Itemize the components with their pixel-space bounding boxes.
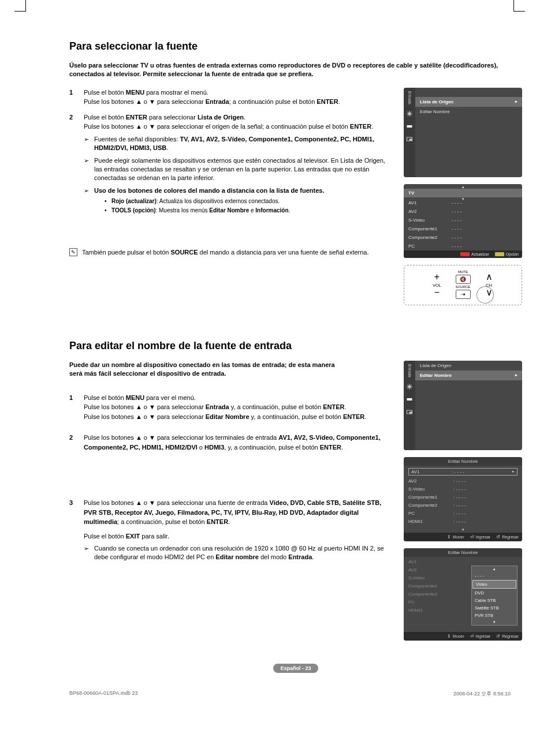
page-badge: Español - 23 <box>273 664 318 673</box>
step2-body: Pulse los botones ▲ o ▼ para seleccionar… <box>84 433 392 452</box>
popup-row: Satélite STB <box>472 604 517 612</box>
step-number: 2 <box>69 113 84 219</box>
osd-row: Componente2: - - - - <box>404 501 522 510</box>
osd-row: Editar Nombre <box>415 107 522 117</box>
osd-row: Componente1: - - - - <box>404 493 522 501</box>
osd-row-selected: Editar Nombre▸ <box>415 370 522 380</box>
osd-row-selected: AV1: - - - -▸ <box>404 467 522 477</box>
osd-row-selected: TV <box>404 189 522 197</box>
osd-editar-nombre-list: Editar Nombre AV1: - - - -▸ AV2: - - - -… <box>404 457 522 541</box>
vol-rocker: + VOL − <box>427 272 448 297</box>
step3-body: Pulse los botones ▲ o ▼ para seleccionar… <box>84 498 392 566</box>
pip-icon <box>406 136 413 143</box>
osd-editar-nombre-parent: Entrada Lista de Origen Editar Nombre▸ <box>404 361 522 450</box>
section2-heading: Para editar el nombre de la fuente de en… <box>69 340 522 352</box>
crop-mark <box>513 0 525 12</box>
osd-editar-nombre-popup: Editar Nombre AV1 AV2 S-Video Componente… <box>404 548 522 641</box>
arrow-icon: ➢ <box>84 156 94 183</box>
osd-row: AV2- - - - <box>404 207 522 216</box>
step-number: 1 <box>69 88 84 107</box>
osd-row: AV2: - - - - <box>404 477 522 485</box>
section1-heading: Para seleccionar la fuente <box>69 40 522 53</box>
step-number: 3 <box>69 498 84 566</box>
step-number: 2 <box>69 433 84 452</box>
osd-row: Componente2- - - - <box>404 233 522 242</box>
osd-lista-origen: Entrada Lista de Origen▸ Editar Nombre <box>404 88 522 177</box>
section2-intro: Puede dar un nombre al dispositivo conec… <box>69 361 347 379</box>
input-icon <box>406 396 413 403</box>
step2-body: Pulse el botón ENTER para seleccionar Li… <box>84 113 392 219</box>
popup-row: DVD <box>472 589 517 597</box>
section1-intro: Úselo para seleccionar TV u otras fuente… <box>69 61 522 79</box>
gear-icon <box>406 383 413 390</box>
osd-row: HDMI1: - - - - <box>404 518 522 526</box>
osd-row: PC: - - - - <box>404 510 522 518</box>
doc-file: BP68-00660A-01SPA.indb 23 <box>69 690 137 698</box>
osd-row-selected: Lista de Origen▸ <box>415 97 522 107</box>
gear-icon <box>406 110 413 117</box>
return-icon <box>496 534 500 540</box>
svg-rect-7 <box>409 412 412 413</box>
crop-mark <box>14 0 26 12</box>
move-icon <box>447 534 451 540</box>
popup-row: Cable STB <box>472 597 517 604</box>
popup-row-selected: Vídeo <box>472 580 516 589</box>
arrow-icon: ➢ <box>84 544 94 562</box>
note-icon: ✎ <box>69 248 77 256</box>
return-icon <box>496 634 500 639</box>
step-number: 1 <box>69 393 84 422</box>
step1-body: Pulse el botón MENU para mostrar el menú… <box>84 88 392 107</box>
source-button: MUTE 🔇 SOURCE ⇥ <box>456 270 471 300</box>
tools-button-icon <box>495 252 504 256</box>
osd-source-list: ▴ TV ▾ AV1- - - - AV2- - - - S-Video- - … <box>404 184 522 258</box>
osd-row: Lista de Origen <box>415 361 522 370</box>
arrow-icon: ➢ <box>84 186 94 216</box>
osd-row: S-Video: - - - - <box>404 485 522 493</box>
move-icon <box>447 634 451 639</box>
svg-point-4 <box>408 385 411 388</box>
popup-row: PVR STB <box>472 612 517 619</box>
popup-row: - - - - <box>472 572 517 579</box>
arrow-icon: ➢ <box>84 135 94 153</box>
doc-date: 2008-04-22 오후 8:56:10 <box>453 690 511 698</box>
svg-rect-3 <box>409 139 412 140</box>
svg-rect-5 <box>407 398 412 401</box>
osd-row: AV1 <box>404 558 522 566</box>
enter-icon <box>470 634 474 639</box>
tip-text: También puede pulsar el botón SOURCE del… <box>82 248 369 257</box>
osd-row: PC- - - - <box>404 242 522 250</box>
svg-rect-1 <box>407 125 412 128</box>
red-button-icon <box>460 252 470 256</box>
mute-icon: 🔇 <box>456 275 471 284</box>
input-icon <box>406 123 413 130</box>
remote-illustration: + VOL − MUTE 🔇 SOURCE ⇥ ∧ CH ∨ <box>404 265 522 305</box>
svg-point-0 <box>408 112 411 115</box>
osd-row: S-Video- - - - <box>404 216 522 224</box>
osd-row: Componente1- - - - <box>404 224 522 233</box>
osd-popup: ▴ - - - - Vídeo DVD Cable STB Satélite S… <box>471 566 518 626</box>
pip-icon <box>406 409 413 416</box>
step1-body: Pulse el botón MENU para ver el menú. Pu… <box>84 393 392 422</box>
enter-icon <box>470 534 474 540</box>
source-icon: ⇥ <box>456 290 471 299</box>
